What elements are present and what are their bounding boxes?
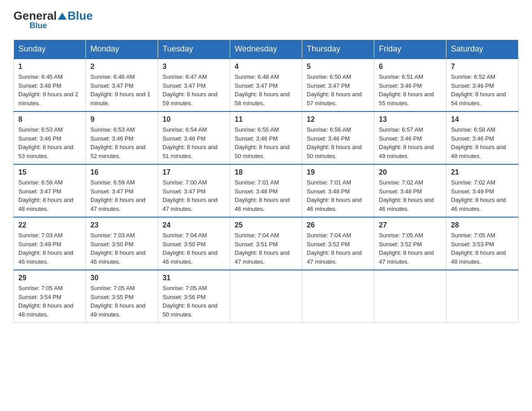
- header-cell-monday: Monday: [86, 40, 158, 59]
- logo-underline: Blue: [13, 21, 47, 30]
- day-info: Sunrise: 6:55 AMSunset: 3:46 PMDaylight:…: [235, 125, 297, 160]
- day-number: 19: [307, 168, 369, 176]
- week-row-2: 8Sunrise: 6:53 AMSunset: 3:46 PMDaylight…: [14, 111, 519, 164]
- day-info: Sunrise: 6:48 AMSunset: 3:47 PMDaylight:…: [235, 73, 297, 107]
- day-number: 24: [163, 221, 225, 229]
- day-cell: 9Sunrise: 6:53 AMSunset: 3:46 PMDaylight…: [86, 111, 158, 164]
- day-number: 20: [379, 168, 442, 176]
- day-cell: 31Sunrise: 7:05 AMSunset: 3:56 PMDayligh…: [158, 270, 230, 323]
- day-info: Sunrise: 6:51 AMSunset: 3:46 PMDaylight:…: [379, 73, 442, 107]
- day-number: 9: [90, 116, 153, 124]
- header-cell-saturday: Saturday: [446, 40, 519, 59]
- day-cell: 24Sunrise: 7:04 AMSunset: 3:50 PMDayligh…: [158, 217, 230, 270]
- day-info: Sunrise: 7:05 AMSunset: 3:52 PMDaylight:…: [379, 231, 442, 266]
- day-cell: 30Sunrise: 7:05 AMSunset: 3:55 PMDayligh…: [86, 270, 158, 323]
- header-cell-sunday: Sunday: [14, 40, 86, 59]
- day-number: 26: [307, 221, 369, 229]
- logo: General Blue Blue: [13, 9, 93, 30]
- header-cell-wednesday: Wednesday: [230, 40, 302, 59]
- day-number: 3: [163, 63, 225, 71]
- day-number: 6: [379, 63, 442, 71]
- day-cell: 19Sunrise: 7:01 AMSunset: 3:48 PMDayligh…: [302, 164, 374, 217]
- day-info: Sunrise: 6:52 AMSunset: 3:46 PMDaylight:…: [451, 73, 514, 107]
- day-number: 29: [18, 274, 81, 282]
- calendar-header: SundayMondayTuesdayWednesdayThursdayFrid…: [14, 40, 519, 59]
- day-cell: 20Sunrise: 7:02 AMSunset: 3:48 PMDayligh…: [374, 164, 446, 217]
- day-info: Sunrise: 6:53 AMSunset: 3:46 PMDaylight:…: [90, 125, 153, 160]
- header-cell-friday: Friday: [374, 40, 446, 59]
- day-info: Sunrise: 7:00 AMSunset: 3:47 PMDaylight:…: [163, 178, 225, 213]
- header-cell-thursday: Thursday: [302, 40, 374, 59]
- day-info: Sunrise: 7:04 AMSunset: 3:50 PMDaylight:…: [163, 231, 225, 266]
- day-info: Sunrise: 7:01 AMSunset: 3:48 PMDaylight:…: [307, 178, 369, 213]
- day-info: Sunrise: 7:05 AMSunset: 3:56 PMDaylight:…: [163, 284, 225, 319]
- day-number: 16: [90, 168, 153, 176]
- day-info: Sunrise: 7:05 AMSunset: 3:54 PMDaylight:…: [18, 284, 81, 319]
- day-cell: [302, 270, 374, 323]
- day-number: 17: [163, 168, 225, 176]
- day-number: 11: [235, 116, 297, 124]
- day-cell: 29Sunrise: 7:05 AMSunset: 3:54 PMDayligh…: [14, 270, 86, 323]
- day-cell: 26Sunrise: 7:04 AMSunset: 3:52 PMDayligh…: [302, 217, 374, 270]
- week-row-3: 15Sunrise: 6:59 AMSunset: 3:47 PMDayligh…: [14, 164, 519, 217]
- day-info: Sunrise: 7:01 AMSunset: 3:48 PMDaylight:…: [235, 178, 297, 213]
- day-cell: 14Sunrise: 6:58 AMSunset: 3:46 PMDayligh…: [446, 111, 519, 164]
- day-info: Sunrise: 6:50 AMSunset: 3:47 PMDaylight:…: [307, 73, 369, 107]
- day-number: 31: [163, 274, 225, 282]
- day-cell: 10Sunrise: 6:54 AMSunset: 3:46 PMDayligh…: [158, 111, 230, 164]
- week-row-5: 29Sunrise: 7:05 AMSunset: 3:54 PMDayligh…: [14, 270, 519, 323]
- day-number: 30: [90, 274, 153, 282]
- day-number: 10: [163, 116, 225, 124]
- day-info: Sunrise: 7:04 AMSunset: 3:51 PMDaylight:…: [235, 231, 297, 266]
- day-number: 4: [235, 63, 297, 71]
- day-cell: [446, 270, 519, 323]
- day-info: Sunrise: 7:05 AMSunset: 3:55 PMDaylight:…: [90, 284, 153, 319]
- day-number: 2: [90, 63, 153, 71]
- logo-blue: Blue: [68, 9, 93, 23]
- page-header: General Blue Blue: [13, 9, 519, 30]
- day-cell: 8Sunrise: 6:53 AMSunset: 3:46 PMDaylight…: [14, 111, 86, 164]
- day-cell: 11Sunrise: 6:55 AMSunset: 3:46 PMDayligh…: [230, 111, 302, 164]
- day-cell: 21Sunrise: 7:02 AMSunset: 3:49 PMDayligh…: [446, 164, 519, 217]
- day-cell: 3Sunrise: 6:47 AMSunset: 3:47 PMDaylight…: [158, 59, 230, 111]
- day-cell: 23Sunrise: 7:03 AMSunset: 3:50 PMDayligh…: [86, 217, 158, 270]
- day-number: 21: [451, 168, 514, 176]
- day-cell: [230, 270, 302, 323]
- day-cell: 5Sunrise: 6:50 AMSunset: 3:47 PMDaylight…: [302, 59, 374, 111]
- day-info: Sunrise: 6:54 AMSunset: 3:46 PMDaylight:…: [163, 125, 225, 160]
- day-cell: 15Sunrise: 6:59 AMSunset: 3:47 PMDayligh…: [14, 164, 86, 217]
- day-cell: 12Sunrise: 6:56 AMSunset: 3:46 PMDayligh…: [302, 111, 374, 164]
- day-cell: 28Sunrise: 7:05 AMSunset: 3:53 PMDayligh…: [446, 217, 519, 270]
- day-info: Sunrise: 6:53 AMSunset: 3:46 PMDaylight:…: [18, 125, 81, 160]
- calendar-table: SundayMondayTuesdayWednesdayThursdayFrid…: [13, 39, 519, 323]
- day-number: 28: [451, 221, 514, 229]
- day-info: Sunrise: 7:02 AMSunset: 3:48 PMDaylight:…: [379, 178, 442, 213]
- day-number: 14: [451, 116, 514, 124]
- calendar-body: 1Sunrise: 6:45 AMSunset: 3:48 PMDaylight…: [14, 59, 519, 323]
- day-info: Sunrise: 6:59 AMSunset: 3:47 PMDaylight:…: [90, 178, 153, 213]
- week-row-4: 22Sunrise: 7:03 AMSunset: 3:49 PMDayligh…: [14, 217, 519, 270]
- day-info: Sunrise: 7:04 AMSunset: 3:52 PMDaylight:…: [307, 231, 369, 266]
- day-cell: 17Sunrise: 7:00 AMSunset: 3:47 PMDayligh…: [158, 164, 230, 217]
- day-cell: 4Sunrise: 6:48 AMSunset: 3:47 PMDaylight…: [230, 59, 302, 111]
- day-info: Sunrise: 6:58 AMSunset: 3:46 PMDaylight:…: [451, 125, 514, 160]
- header-cell-tuesday: Tuesday: [158, 40, 230, 59]
- day-info: Sunrise: 7:03 AMSunset: 3:49 PMDaylight:…: [18, 231, 81, 266]
- day-cell: 7Sunrise: 6:52 AMSunset: 3:46 PMDaylight…: [446, 59, 519, 111]
- day-cell: 1Sunrise: 6:45 AMSunset: 3:48 PMDaylight…: [14, 59, 86, 111]
- day-number: 8: [18, 116, 81, 124]
- day-number: 27: [379, 221, 442, 229]
- day-cell: 25Sunrise: 7:04 AMSunset: 3:51 PMDayligh…: [230, 217, 302, 270]
- day-cell: 18Sunrise: 7:01 AMSunset: 3:48 PMDayligh…: [230, 164, 302, 217]
- day-info: Sunrise: 6:59 AMSunset: 3:47 PMDaylight:…: [18, 178, 81, 213]
- day-number: 25: [235, 221, 297, 229]
- day-info: Sunrise: 6:45 AMSunset: 3:48 PMDaylight:…: [18, 73, 81, 107]
- day-number: 22: [18, 221, 81, 229]
- day-info: Sunrise: 6:57 AMSunset: 3:46 PMDaylight:…: [379, 125, 442, 160]
- day-number: 13: [379, 116, 442, 124]
- day-cell: 22Sunrise: 7:03 AMSunset: 3:49 PMDayligh…: [14, 217, 86, 270]
- day-info: Sunrise: 7:03 AMSunset: 3:50 PMDaylight:…: [90, 231, 153, 266]
- day-cell: [374, 270, 446, 323]
- header-row: SundayMondayTuesdayWednesdayThursdayFrid…: [14, 40, 519, 59]
- day-number: 18: [235, 168, 297, 176]
